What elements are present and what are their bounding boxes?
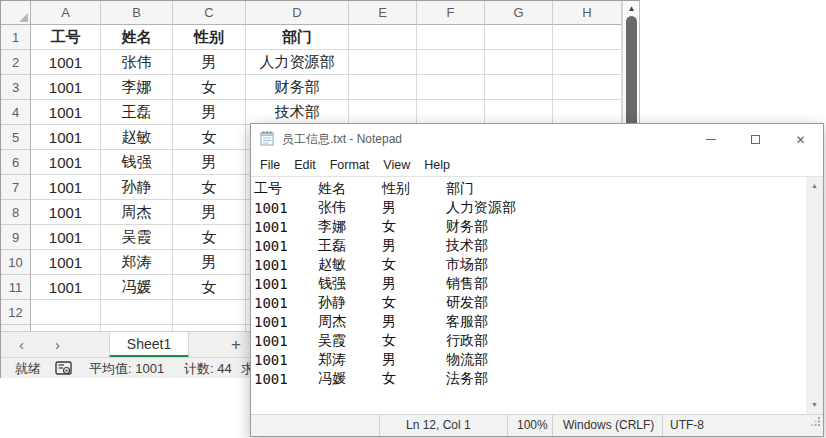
column-header[interactable]: E	[349, 1, 417, 25]
cell[interactable]: 王磊	[101, 100, 173, 125]
column-header[interactable]: G	[485, 1, 553, 25]
cell[interactable]	[553, 100, 622, 125]
text-editor-area[interactable]: 工号姓名性别部门 1001张伟男人力资源部 1001李娜女财务部 1001王磊男…	[251, 177, 823, 414]
cell[interactable]: 1001	[31, 100, 101, 125]
cell[interactable]: 冯媛	[101, 275, 173, 300]
cell[interactable]	[485, 100, 553, 125]
minimize-button[interactable]	[688, 124, 733, 155]
cell[interactable]: 1001	[31, 75, 101, 100]
cell[interactable]	[349, 25, 417, 50]
cell[interactable]	[349, 50, 417, 75]
menu-view[interactable]: View	[376, 155, 417, 176]
row-header[interactable]: 8	[1, 200, 31, 225]
cell[interactable]	[31, 300, 101, 325]
cell[interactable]: 工号	[31, 25, 101, 50]
row-header[interactable]: 3	[1, 75, 31, 100]
cell[interactable]	[553, 25, 622, 50]
row-header[interactable]: 11	[1, 275, 31, 300]
column-header[interactable]: C	[173, 1, 246, 25]
cell[interactable]: 男	[173, 100, 246, 125]
row-header[interactable]: 9	[1, 225, 31, 250]
cell[interactable]: 张伟	[101, 50, 173, 75]
column-header[interactable]: A	[31, 1, 101, 25]
cell[interactable]: 1001	[31, 250, 101, 275]
cell[interactable]: 男	[173, 250, 246, 275]
cell[interactable]: 1001	[31, 150, 101, 175]
cell[interactable]: 周杰	[101, 200, 173, 225]
cell[interactable]: 男	[173, 50, 246, 75]
cell[interactable]: 李娜	[101, 75, 173, 100]
row-header[interactable]: 1	[1, 25, 31, 50]
menu-format[interactable]: Format	[323, 155, 377, 176]
cell[interactable]	[173, 300, 246, 325]
cell[interactable]: 钱强	[101, 150, 173, 175]
row-header[interactable]: 12	[1, 300, 31, 325]
cell[interactable]: 女	[173, 275, 246, 300]
cell[interactable]: 女	[173, 75, 246, 100]
scroll-up-icon[interactable]: ▲	[806, 179, 823, 193]
average-status[interactable]: 平均值: 1001	[89, 358, 164, 379]
maximize-button[interactable]	[733, 124, 778, 155]
prev-sheet-button[interactable]: ‹	[19, 332, 24, 358]
cell[interactable]	[349, 75, 417, 100]
menu-help[interactable]: Help	[417, 155, 457, 176]
close-button[interactable]: ✕	[778, 124, 823, 155]
cell[interactable]	[485, 75, 553, 100]
cell[interactable]	[485, 25, 553, 50]
cell[interactable]: 姓名	[101, 25, 173, 50]
row-header[interactable]: 6	[1, 150, 31, 175]
cell[interactable]: 赵敏	[101, 125, 173, 150]
row-header[interactable]: 2	[1, 50, 31, 75]
cell[interactable]	[553, 50, 622, 75]
cell[interactable]: 女	[173, 175, 246, 200]
row-header[interactable]: 4	[1, 100, 31, 125]
cell[interactable]	[417, 50, 485, 75]
next-sheet-button[interactable]: ›	[55, 332, 60, 358]
cell[interactable]: 吴霞	[101, 225, 173, 250]
cell[interactable]: 财务部	[246, 75, 349, 100]
cell[interactable]: 1001	[31, 50, 101, 75]
cell[interactable]	[417, 100, 485, 125]
cell[interactable]: 郑涛	[101, 250, 173, 275]
count-status[interactable]: 计数: 44	[184, 358, 232, 379]
cell[interactable]: 女	[173, 225, 246, 250]
zoom-level[interactable]: 100%	[507, 415, 552, 436]
menu-file[interactable]: File	[253, 155, 287, 176]
cell[interactable]: 1001	[31, 175, 101, 200]
vertical-scrollbar[interactable]: ▲ ▼	[806, 177, 823, 414]
cell[interactable]: 技术部	[246, 100, 349, 125]
cell[interactable]	[417, 75, 485, 100]
column-header[interactable]: D	[246, 1, 349, 25]
accessibility-checker-icon[interactable]	[55, 361, 72, 382]
tab-sheet1[interactable]: Sheet1	[109, 332, 189, 358]
scroll-down-icon[interactable]: ▼	[806, 398, 823, 412]
row-header[interactable]: 7	[1, 175, 31, 200]
cell[interactable]: 部门	[246, 25, 349, 50]
cell[interactable]: 男	[173, 150, 246, 175]
cell[interactable]: 孙静	[101, 175, 173, 200]
cell[interactable]: 女	[173, 125, 246, 150]
title-bar[interactable]: 员工信息.txt - Notepad ✕	[251, 124, 823, 155]
cell[interactable]: 1001	[31, 125, 101, 150]
add-sheet-button[interactable]: +	[223, 332, 249, 358]
cell[interactable]: 性别	[173, 25, 246, 50]
cell[interactable]	[485, 50, 553, 75]
cell[interactable]: 1001	[31, 275, 101, 300]
cell[interactable]	[349, 100, 417, 125]
menu-edit[interactable]: Edit	[287, 155, 323, 176]
cell[interactable]	[553, 75, 622, 100]
select-all-corner[interactable]	[1, 1, 31, 25]
column-header[interactable]: H	[553, 1, 622, 25]
row-header[interactable]: 10	[1, 250, 31, 275]
scroll-up-icon[interactable]: ▲	[623, 2, 640, 16]
cell[interactable]: 人力资源部	[246, 50, 349, 75]
cell[interactable]	[101, 300, 173, 325]
cell[interactable]	[417, 25, 485, 50]
cell[interactable]: 男	[173, 200, 246, 225]
cell[interactable]: 1001	[31, 225, 101, 250]
column-header[interactable]: F	[417, 1, 485, 25]
resize-grip[interactable]	[810, 415, 821, 434]
column-header[interactable]: B	[101, 1, 173, 25]
row-header[interactable]: 5	[1, 125, 31, 150]
cell[interactable]: 1001	[31, 200, 101, 225]
